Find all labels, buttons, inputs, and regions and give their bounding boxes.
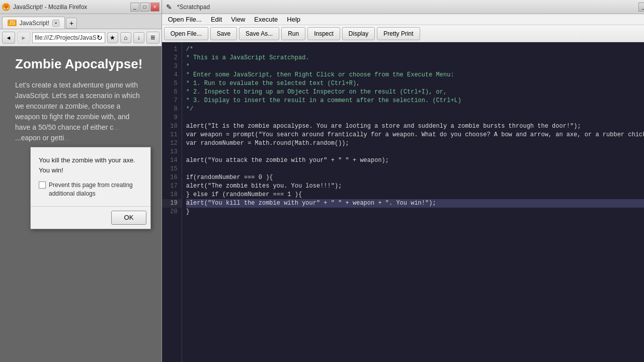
line-number-10: 10 [162,122,182,131]
line-number-17: 17 [162,182,182,191]
code-line-19: alert("You kill the zombie with your" + … [186,199,644,208]
save-as-button[interactable]: Save As... [239,27,279,40]
firefox-titlebar-buttons: _ □ × [130,3,159,12]
code-line-17: alert("The zombie bites you. You lose!!!… [186,182,644,191]
line-number-15: 15 [162,165,182,173]
run-button[interactable]: Run [281,27,305,40]
code-line-6: * 2. Inspect to bring up an Object Inspe… [186,88,644,97]
tab-close-button[interactable]: × [52,20,59,27]
code-line-18: } else if (randomNumber === 1 ){ [186,191,644,199]
prevent-dialogs-checkbox[interactable] [39,182,46,189]
code-line-5: * 1. Run to evaluate the selected text (… [186,79,644,88]
menu-help[interactable]: Help [283,15,304,24]
line-number-19: 19 [162,199,182,208]
code-line-16: if(randomNumber === 0 ){ [186,173,644,182]
line-number-14: 14 [162,156,182,165]
address-text: file:///Z:/Projects/JavaS [35,34,97,41]
alert-ok-button[interactable]: OK [111,211,146,225]
line-number-16: 16 [162,173,182,182]
code-line-20: } [186,208,644,216]
alert-dialog-body: You kill the zombie with your axe. You w… [31,147,150,206]
line-number-2: 2 [162,54,182,62]
firefox-window: 🦊 JavaScript! - Mozilla Firefox _ □ × JS… [0,0,162,362]
code-line-1: /* [186,45,644,54]
new-tab-button[interactable]: + [66,18,77,29]
alert-message: You kill the zombie with your axe. You w… [39,155,142,175]
line-number-6: 6 [162,88,182,97]
scratchpad-editor: 1234567891011121314151617181920 /* * Thi… [162,42,644,362]
line-number-7: 7 [162,97,182,105]
line-number-1: 1 [162,45,182,54]
scratchpad-menubar: Open File... Edit View Execute Help [162,14,644,25]
line-number-9: 9 [162,114,182,122]
bookmark-star-button[interactable]: ★ [107,32,118,43]
page-body: Let's create a text adventure game with … [15,80,146,143]
download-button[interactable]: ↓ [133,32,144,43]
menu-edit[interactable]: Edit [207,15,226,24]
scratchpad-toolbar: Open File... Save Save As... Run Inspect… [162,25,644,42]
browser-tab[interactable]: JS JavaScript! × [2,17,65,29]
scratchpad-titlebar-buttons: _ □ × [638,3,644,12]
line-number-8: 8 [162,105,182,114]
code-line-8: */ [186,105,644,114]
line-number-12: 12 [162,139,182,148]
code-line-13 [186,148,644,156]
save-button[interactable]: Save [210,27,237,40]
code-line-4: * Enter some JavaScript, then Right Clic… [186,71,644,79]
line-numbers: 1234567891011121314151617181920 [162,42,182,362]
code-line-15 [186,165,644,173]
alert-dialog: You kill the zombie with your axe. You w… [30,147,151,229]
forward-button[interactable]: ► [17,32,30,44]
firefox-titlebar: 🦊 JavaScript! - Mozilla Firefox _ □ × [0,0,162,14]
code-line-3: * [186,62,644,71]
code-line-9 [186,114,644,122]
prevent-dialogs-label: Prevent this page from creating addition… [49,181,142,198]
menu-file[interactable]: Open File... [164,15,206,24]
line-number-20: 20 [162,208,182,216]
alert-message-line1: You kill the zombie with your axe. [39,156,135,164]
display-button[interactable]: Display [342,27,375,40]
firefox-icon: 🦊 [2,3,10,11]
code-line-11: var weapon = prompt("You search around f… [186,131,644,139]
code-line-14: alert("You attack the zombie with your" … [186,156,644,165]
code-area[interactable]: /* * This is a JavaScript Scratchpad. * … [182,42,644,362]
close-button[interactable]: × [150,3,159,12]
line-number-18: 18 [162,191,182,199]
pretty-print-button[interactable]: Pretty Print [377,27,420,40]
reload-icon[interactable]: ↻ [97,34,103,42]
home-button[interactable]: ⌂ [120,32,131,43]
line-number-11: 11 [162,131,182,139]
back-button[interactable]: ◄ [2,32,15,44]
alert-dialog-footer: OK [31,206,150,229]
alert-checkbox-row: Prevent this page from creating addition… [39,181,142,198]
menu-execute[interactable]: Execute [250,15,282,24]
code-line-7: * 3. Display to insert the result in a c… [186,97,644,105]
firefox-tabbar: JS JavaScript! × + [0,14,162,29]
tab-label: JavaScript! [20,20,49,27]
scratchpad-titlebar: ✎ *Scratchpad _ □ × [162,0,644,14]
maximize-button[interactable]: □ [140,3,149,12]
code-line-10: alert("It is the zombie apocalypse. You … [186,122,644,131]
inspect-button[interactable]: Inspect [307,27,340,40]
menu-view[interactable]: View [227,15,249,24]
alert-message-line2: You win! [39,166,63,174]
firefox-page: Zombie Apocalypse! Let's create a text a… [0,46,162,362]
tab-favicon: JS [8,20,17,26]
firefox-menu-button[interactable]: ≡ [146,32,159,44]
line-number-3: 3 [162,62,182,71]
scratchpad-minimize-button[interactable]: _ [638,3,644,12]
scratchpad-title: *Scratchpad [177,4,639,11]
line-number-4: 4 [162,71,182,79]
line-number-5: 5 [162,79,182,88]
scratchpad-window: ✎ *Scratchpad _ □ × Open File... Edit Vi… [162,0,644,362]
line-number-13: 13 [162,148,182,156]
firefox-navbar: ◄ ► file:///Z:/Projects/JavaS ↻ ★ ⌂ ↓ ≡ [0,29,162,46]
code-line-2: * This is a JavaScript Scratchpad. [186,54,644,62]
firefox-title: JavaScript! - Mozilla Firefox [13,4,130,11]
minimize-button[interactable]: _ [130,3,139,12]
code-line-12: var randomNumber = Math.round(Math.rando… [186,139,644,148]
address-bar[interactable]: file:///Z:/Projects/JavaS ↻ [32,32,105,43]
page-title: Zombie Apocalypse! [15,56,146,72]
open-file-button[interactable]: Open File... [164,27,208,40]
scratchpad-icon: ✎ [166,3,174,11]
